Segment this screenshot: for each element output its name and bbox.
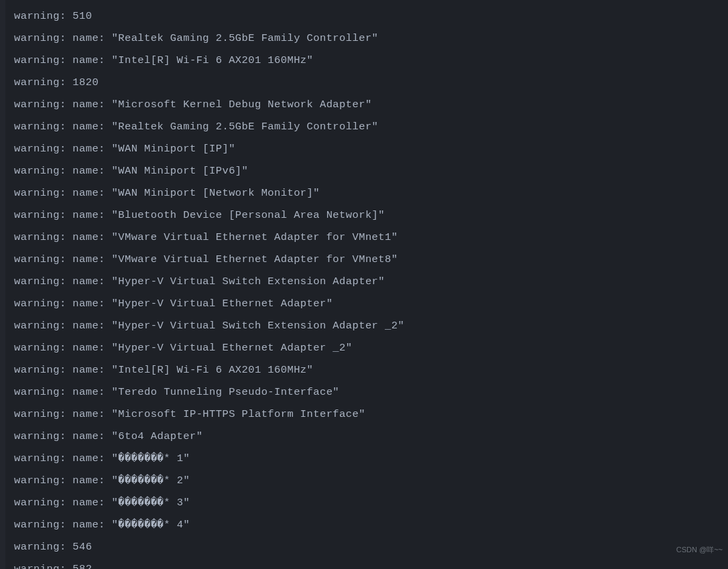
log-line: warning: name: "WAN Miniport [IPv6]" bbox=[14, 160, 728, 182]
log-line: warning: name: "�������* 2" bbox=[14, 470, 728, 492]
log-line: warning: 582 bbox=[14, 558, 728, 569]
log-line: warning: 1820 bbox=[14, 72, 728, 94]
editor-gutter bbox=[0, 0, 5, 569]
log-line: warning: name: "WAN Miniport [Network Mo… bbox=[14, 182, 728, 204]
log-line: warning: 546 bbox=[14, 536, 728, 558]
log-line: warning: name: "Realtek Gaming 2.5GbE Fa… bbox=[14, 27, 728, 50]
log-line: warning: name: "WAN Miniport [IP]" bbox=[14, 138, 728, 160]
log-line: warning: name: "Hyper-V Virtual Ethernet… bbox=[14, 293, 728, 315]
console-output: warning: 510 warning: name: "Realtek Gam… bbox=[0, 0, 728, 569]
log-line: warning: name: "Microsoft IP-HTTPS Platf… bbox=[14, 403, 728, 426]
log-line: warning: name: "Hyper-V Virtual Ethernet… bbox=[14, 337, 728, 359]
log-line: warning: name: "Realtek Gaming 2.5GbE Fa… bbox=[14, 116, 728, 138]
log-line: warning: name: "�������* 1" bbox=[14, 448, 728, 470]
log-line: warning: name: "Hyper-V Virtual Switch E… bbox=[14, 315, 728, 337]
log-line: warning: name: "Microsoft Kernel Debug N… bbox=[14, 94, 728, 116]
log-line: warning: name: "Bluetooth Device [Person… bbox=[14, 204, 728, 227]
log-line: warning: name: "Hyper-V Virtual Switch E… bbox=[14, 271, 728, 293]
log-line: warning: 510 bbox=[14, 5, 728, 27]
watermark-text: CSDN @咩~~ bbox=[676, 539, 723, 561]
log-line: warning: name: "�������* 3" bbox=[14, 492, 728, 514]
log-line: warning: name: "6to4 Adapter" bbox=[14, 426, 728, 448]
log-line: warning: name: "Intel[R] Wi-Fi 6 AX201 1… bbox=[14, 50, 728, 72]
log-line: warning: name: "�������* 4" bbox=[14, 514, 728, 536]
log-line: warning: name: "Teredo Tunneling Pseudo-… bbox=[14, 381, 728, 403]
log-line: warning: name: "VMware Virtual Ethernet … bbox=[14, 227, 728, 249]
log-line: warning: name: "VMware Virtual Ethernet … bbox=[14, 249, 728, 271]
log-line: warning: name: "Intel[R] Wi-Fi 6 AX201 1… bbox=[14, 359, 728, 381]
